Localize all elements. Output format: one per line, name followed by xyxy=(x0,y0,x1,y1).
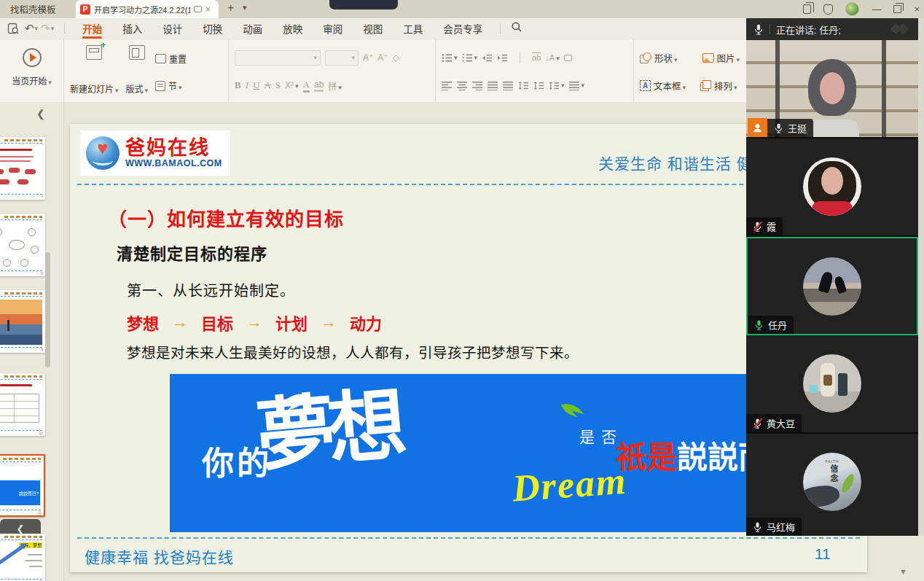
font-color-button[interactable]: A xyxy=(303,79,310,93)
bamaol-logo[interactable]: 爸妈在线 WWW.BAMAOL.COM xyxy=(80,130,230,176)
align-left-button[interactable] xyxy=(442,81,453,90)
protect-shield-icon[interactable] xyxy=(823,4,833,15)
decrease-indent-button[interactable] xyxy=(482,53,493,63)
search-icon[interactable] xyxy=(511,21,522,36)
text-direction-button[interactable]: ↓A▾ xyxy=(545,53,559,62)
menu-slideshow[interactable]: 放映 xyxy=(273,18,313,39)
menu-tools[interactable]: 工具 xyxy=(393,18,433,39)
menu-member[interactable]: 会员专享 xyxy=(433,18,493,39)
menu-home[interactable]: 开始 xyxy=(72,18,112,39)
mini-table xyxy=(0,394,39,423)
picture-button[interactable]: 图片▾ xyxy=(717,51,740,65)
copy-window-icon[interactable] xyxy=(803,4,811,14)
redo-icon[interactable]: ↷ xyxy=(41,22,50,35)
document-tab-title: 开启学习动力之源24.2.22(1).p xyxy=(94,4,190,15)
thumbnail-scrollbar[interactable] xyxy=(45,252,50,367)
numbered-list-button[interactable]: ▾ xyxy=(462,53,478,63)
highlight-color-button[interactable]: ab xyxy=(314,79,324,92)
start-from-page-button[interactable]: 当页开始▾ xyxy=(12,74,52,87)
quickbar-caret-icon[interactable]: ▾ xyxy=(51,25,55,32)
reset-button[interactable]: 重置 xyxy=(155,45,187,72)
participant-name-label: 任丹 xyxy=(748,316,794,334)
menu-view[interactable]: 视图 xyxy=(353,18,393,39)
tab-document[interactable]: P 开启学习动力之源24.2.22(1).p × xyxy=(76,0,219,18)
slide-header-slogan[interactable]: 关爱生命 和谐生活 健康 xyxy=(598,152,769,173)
slide-thumbnail-8[interactable]: 8 xyxy=(0,214,45,276)
layout-button[interactable]: 版式▾ xyxy=(126,45,149,99)
docked-meeting-bar[interactable] xyxy=(329,0,398,9)
account-avatar[interactable] xyxy=(845,2,859,16)
strikethrough-button[interactable]: A xyxy=(264,79,270,91)
line-spacing-button[interactable]: ▾ xyxy=(549,81,565,90)
slide-thumbnail-12[interactable]: 上海，梦想 12 xyxy=(0,534,45,581)
tab-list-caret-icon[interactable]: ▾ xyxy=(243,3,247,12)
tab-close-icon[interactable]: × xyxy=(205,4,211,15)
arrange-button[interactable]: 排列▾ xyxy=(714,79,737,93)
menu-insert[interactable]: 插入 xyxy=(112,18,152,39)
meeting-app-logo xyxy=(889,23,911,35)
participant-video-rendan[interactable]: 任丹 xyxy=(746,237,918,335)
font-family-select[interactable]: ▾ xyxy=(235,50,321,66)
slide-point-1[interactable]: 第一、从长远开始制定。 xyxy=(127,279,295,300)
undo-caret-icon[interactable]: ▾ xyxy=(35,25,39,32)
participant-video-wangting[interactable]: 王挺 xyxy=(746,40,918,139)
tab-docer-templates[interactable]: 找稻壳模板 xyxy=(0,0,66,18)
ppt-file-icon: P xyxy=(80,4,90,15)
slide-thumbnail-7[interactable]: 7 xyxy=(0,137,45,200)
increase-font-button[interactable]: A⁺ xyxy=(363,52,373,63)
restore-button[interactable] xyxy=(893,5,901,13)
paragraph-settings-button[interactable]: ▾ xyxy=(569,81,585,90)
slide-subtitle[interactable]: 清楚制定目标的程序 xyxy=(117,241,267,264)
sunset-photo xyxy=(0,300,42,345)
slide-title[interactable]: （一）如何建立有效的目标 xyxy=(108,204,344,231)
menu-transition[interactable]: 切换 xyxy=(192,18,232,39)
distribute-button[interactable] xyxy=(503,81,514,90)
slide-thumbnail-10[interactable]: 10 xyxy=(0,373,45,436)
superscript-button[interactable]: X²▾ xyxy=(285,80,299,90)
new-tab-button[interactable]: + xyxy=(227,1,234,15)
bold-button[interactable]: B xyxy=(235,79,241,91)
align-center-button[interactable] xyxy=(457,81,468,90)
dream-banner-image[interactable]: 你的 夢想 是否 祇是説説而已? Dream xyxy=(170,374,826,532)
minimize-button[interactable]: — xyxy=(872,4,881,14)
justify-button[interactable] xyxy=(488,81,498,90)
close-button[interactable]: × xyxy=(914,4,920,14)
undo-icon[interactable]: ↶ xyxy=(25,22,34,35)
clear-format-icon[interactable]: ◇ xyxy=(393,52,399,63)
participant-video-huangdadou[interactable]: 黄大豆 xyxy=(746,335,918,434)
find-replace-icon[interactable] xyxy=(7,23,19,34)
slide-footer-text[interactable]: 健康幸福 找爸妈在线 xyxy=(85,545,234,567)
font-size-select[interactable]: ▾ xyxy=(325,50,359,66)
row-spacing-button[interactable] xyxy=(518,81,529,90)
shapes-button[interactable]: 形状▾ xyxy=(654,51,678,65)
increase-indent-button[interactable] xyxy=(497,53,508,63)
text-frame-button[interactable] xyxy=(564,55,572,61)
menu-animation[interactable]: 动画 xyxy=(232,18,273,39)
host-badge-icon xyxy=(748,118,767,137)
column-spacing-button[interactable] xyxy=(533,81,544,90)
underline-button[interactable]: U xyxy=(253,79,259,91)
decrease-font-button[interactable]: A⁻ xyxy=(377,52,388,63)
align-right-button[interactable] xyxy=(472,81,483,90)
textbox-button[interactable]: 文本框▾ xyxy=(654,79,686,93)
menu-design[interactable]: 设计 xyxy=(152,18,192,39)
play-slideshow-icon[interactable] xyxy=(23,48,42,67)
dream-flow-line[interactable]: 梦想→ 目标→ 计划→ 动力 xyxy=(127,311,382,334)
share-to-screen-icon[interactable] xyxy=(194,6,202,12)
slide-thumbnail-9[interactable]: 9 xyxy=(0,290,45,353)
section-button[interactable]: 节▾ xyxy=(155,72,187,99)
scroll-down-arrow[interactable]: ▼ xyxy=(899,567,907,576)
participant-video-xia[interactable]: 霞 xyxy=(746,139,918,237)
slide-paragraph[interactable]: 梦想是对未来人生最美好的设想，人人都有，引导孩子把梦想写下来。 xyxy=(127,341,579,362)
collapse-panel-icon[interactable]: ❮ xyxy=(36,108,45,120)
new-slide-button[interactable]: 新建幻灯片▾ xyxy=(70,45,119,99)
pinyin-guide-button[interactable]: 拼▾ xyxy=(328,79,342,92)
bullet-list-button[interactable]: ▾ xyxy=(442,53,458,63)
speaking-status: 正在讲话: 任丹; xyxy=(776,23,841,36)
character-scale-button[interactable]: ab xyxy=(532,53,541,62)
participant-video-mahongmei[interactable]: FAITH 信念 马红梅 xyxy=(746,434,918,536)
italic-button[interactable]: I xyxy=(246,79,248,91)
text-shadow-button[interactable]: S xyxy=(275,79,281,91)
slide-thumbnail-11-current[interactable]: 説説而已? 11 xyxy=(0,454,45,517)
menu-review[interactable]: 审阅 xyxy=(313,18,353,39)
